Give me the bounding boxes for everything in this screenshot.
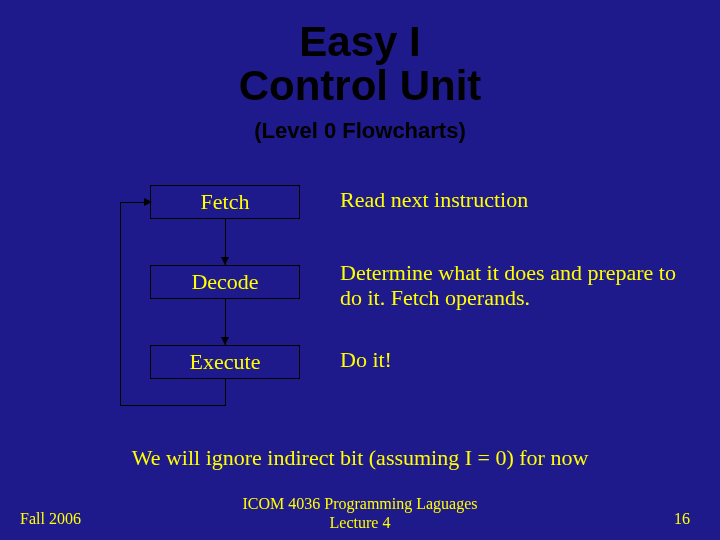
footnote: We will ignore indirect bit (assuming I …	[0, 445, 720, 471]
connector	[225, 379, 226, 405]
step-label: Execute	[190, 349, 261, 375]
flowchart: Fetch Read next instruction Decode Deter…	[0, 175, 720, 435]
connector	[120, 405, 226, 406]
arrowhead-down-icon	[221, 257, 229, 265]
step-desc-decode: Determine what it does and prepare to do…	[340, 260, 680, 311]
step-label: Fetch	[201, 189, 250, 215]
step-desc-execute: Do it!	[340, 347, 680, 372]
arrowhead-down-icon	[221, 337, 229, 345]
footer-center-line-2: Lecture 4	[0, 514, 720, 532]
footer-center-line-1: ICOM 4036 Programming Laguages	[0, 495, 720, 513]
title-line-1: Easy I	[0, 20, 720, 64]
step-box-decode: Decode	[150, 265, 300, 299]
step-desc-fetch: Read next instruction	[340, 187, 680, 212]
footer-center: ICOM 4036 Programming Laguages Lecture 4	[0, 495, 720, 532]
title-line-2: Control Unit	[0, 64, 720, 108]
subtitle: (Level 0 Flowcharts)	[0, 118, 720, 144]
slide-number: 16	[674, 510, 690, 528]
step-label: Decode	[191, 269, 258, 295]
step-box-fetch: Fetch	[150, 185, 300, 219]
arrowhead-right-icon	[144, 198, 152, 206]
connector	[120, 202, 121, 405]
title-block: Easy I Control Unit (Level 0 Flowcharts)	[0, 0, 720, 144]
step-box-execute: Execute	[150, 345, 300, 379]
